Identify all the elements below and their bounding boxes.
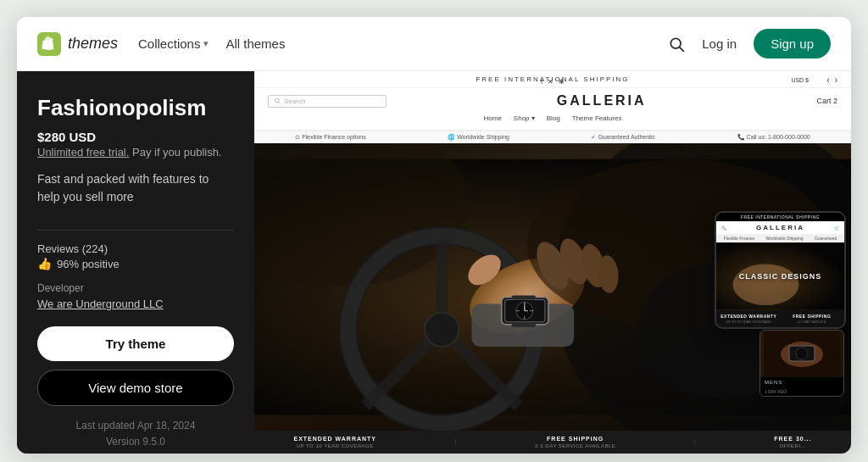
preview-nav-blog: Blog — [547, 114, 560, 122]
mobile-header: 🔍 GALLERIA 🛒 — [716, 221, 844, 234]
second-product-image-svg — [764, 331, 840, 377]
preview-trust-bar: ⊙ Flexible Finance options 🌐 Worldwide S… — [254, 131, 851, 143]
theme-preview: f ✕ ❋ FREE INTERNATIONAL SHIPPING ‹ › US… — [254, 71, 851, 454]
logo-text: themes — [68, 35, 118, 53]
update-info: Last updated Apr 18, 2024 Version 9.5.0 — [37, 418, 234, 450]
preview-feature-3-title: FREE 30... — [774, 436, 811, 442]
preview-search-icon — [274, 97, 281, 104]
preview-store-name: GALLERIA — [387, 93, 816, 109]
signup-button[interactable]: Sign up — [754, 29, 831, 58]
prev-arrow-icon[interactable]: ‹ — [826, 75, 829, 84]
preview-feature-3: FREE 30... OFFERI... — [774, 436, 811, 448]
svg-point-40 — [796, 348, 808, 359]
svg-line-4 — [278, 102, 280, 103]
top-nav: themes Collections ▾ All themes Log in S… — [17, 17, 851, 71]
preview-search-bar[interactable]: Search — [268, 95, 387, 108]
preview-feature-2-title: FREE SHIPPING — [535, 436, 615, 442]
developer-label: Developer — [37, 282, 234, 294]
login-button[interactable]: Log in — [702, 36, 737, 51]
mobile-hero-text: CLASSIC DESIGNS — [739, 272, 822, 281]
svg-point-3 — [275, 98, 279, 103]
chevron-down-icon: ▾ — [203, 38, 209, 49]
preview-nav-features: Theme Features — [572, 114, 622, 122]
version: Version 9.5.0 — [37, 434, 234, 450]
last-updated: Last updated Apr 18, 2024 — [37, 418, 234, 434]
reviews-section: Reviews (224) 👍 96% positive — [37, 242, 234, 270]
reviews-score: 👍 96% positive — [37, 257, 234, 270]
preview-features-bar: EXTENDED WARRANTY UP TO 10 YEAR COVERAGE… — [254, 431, 851, 454]
svg-point-35 — [732, 264, 798, 305]
mobile-cart-icon: 🛒 — [834, 225, 839, 231]
nav-links: Collections ▾ All themes — [138, 36, 648, 51]
mobile-trust-1: Flexible Finance — [724, 236, 754, 241]
second-preview-label: MENS — [760, 377, 843, 387]
trial-text: Unlimited free trial. Pay if you publish… — [37, 146, 234, 159]
mobile-trust-3: Guaranteed — [815, 236, 837, 241]
second-product-preview: MENS 1 DAY AGO — [760, 330, 844, 397]
mobile-store-name: GALLERIA — [726, 224, 834, 231]
preview-header: Search GALLERIA Cart 2 Home Shop ▾ Blog … — [254, 88, 851, 131]
mobile-shipping-banner: FREE INTERNATIONAL SHIPPING — [716, 213, 844, 221]
divider — [37, 230, 234, 231]
feature-divider-2 — [694, 439, 695, 445]
currency-display: USD $ — [791, 76, 809, 82]
preview-header-top: Search GALLERIA Cart 2 — [268, 93, 837, 109]
view-demo-button[interactable]: View demo store — [37, 370, 234, 406]
preview-feature-3-sub: OFFERI... — [774, 443, 811, 448]
collections-label: Collections — [138, 36, 200, 51]
collections-nav-link[interactable]: Collections ▾ — [138, 36, 209, 51]
trust-authentic: ✓ Guaranteed Authentic — [591, 134, 655, 141]
mobile-trust-2: Worldwide Shipping — [765, 236, 803, 241]
pinterest-icon: ❋ — [559, 78, 565, 86]
preview-feature-1: EXTENDED WARRANTY UP TO 10 YEAR COVERAGE — [293, 436, 376, 448]
theme-price: $280 USD — [37, 130, 234, 144]
shopify-logo-icon — [37, 32, 61, 56]
theme-name: Fashionopolism — [37, 95, 234, 121]
trust-shipping: 🌐 Worldwide Shipping — [448, 134, 509, 141]
preview-feature-1-title: EXTENDED WARRANTY — [293, 436, 376, 442]
mobile-features: EXTENDED WARRANTY UP TO 10 YEAR COVERAGE… — [716, 310, 844, 327]
mobile-feature-2-sub: 2-3 DAY SERVICE — [782, 320, 843, 324]
svg-rect-30 — [512, 296, 536, 300]
mobile-feature-1-title: EXTENDED WARRANTY — [718, 314, 780, 319]
next-arrow-icon[interactable]: › — [835, 75, 837, 84]
nav-arrows: ‹ › — [826, 75, 837, 84]
preview-social-icons: f ✕ ❋ — [541, 78, 565, 86]
second-preview-sub: 1 DAY AGO — [760, 387, 843, 396]
trial-suffix: Pay if you publish. — [132, 146, 222, 159]
preview-nav-home: Home — [484, 114, 502, 122]
theme-description: Fast and packed with features to help yo… — [37, 170, 234, 206]
preview-feature-1-sub: UP TO 10 YEAR COVERAGE — [293, 443, 376, 448]
svg-line-2 — [680, 47, 684, 51]
developer-section: Developer We are Underground LLC — [37, 282, 234, 311]
preview-cart: Cart 2 — [816, 97, 837, 105]
mobile-trust-bar: Flexible Finance Worldwide Shipping Guar… — [716, 234, 844, 242]
nav-actions: Log in Sign up — [668, 29, 831, 58]
preview-inner: f ✕ ❋ FREE INTERNATIONAL SHIPPING ‹ › US… — [254, 71, 851, 454]
trial-link[interactable]: Unlimited free trial. — [37, 146, 129, 159]
preview-nav-shop: Shop ▾ — [514, 114, 535, 122]
theme-sidebar: Fashionopolism $280 USD Unlimited free t… — [17, 71, 254, 454]
all-themes-nav-link[interactable]: All themes — [225, 36, 285, 51]
logo-link[interactable]: themes — [37, 32, 118, 56]
twitter-icon: ✕ — [548, 78, 554, 86]
main-content: Fashionopolism $280 USD Unlimited free t… — [17, 71, 851, 454]
thumb-up-icon: 👍 — [37, 257, 52, 270]
preview-feature-2-sub: 2-3 DAY SERVICE AVAILABLE — [535, 443, 615, 448]
trust-phone: 📞 Call us: 1-800-000-0000 — [737, 134, 810, 141]
preview-navigation: Home Shop ▾ Blog Theme Features — [268, 112, 837, 125]
svg-point-13 — [425, 313, 459, 347]
mobile-feature-2-title: FREE SHIPPING — [782, 314, 843, 319]
mobile-feature-2: FREE SHIPPING 2-3 DAY SERVICE — [782, 314, 843, 324]
search-button[interactable] — [668, 36, 685, 53]
try-theme-button[interactable]: Try theme — [37, 326, 234, 361]
developer-link[interactable]: We are Underground LLC — [37, 298, 164, 310]
mobile-feature-1-sub: UP TO 10 YEAR COVERAGE — [718, 320, 780, 324]
all-themes-label: All themes — [225, 36, 285, 51]
preview-hero: FREE INTERNATIONAL SHIPPING 🔍 GALLERIA 🛒… — [254, 143, 851, 431]
facebook-icon: f — [541, 78, 542, 86]
second-preview-image — [760, 331, 843, 377]
search-icon — [668, 36, 685, 53]
feature-divider-1 — [455, 439, 456, 445]
browser-window: themes Collections ▾ All themes Log in S… — [17, 17, 851, 454]
